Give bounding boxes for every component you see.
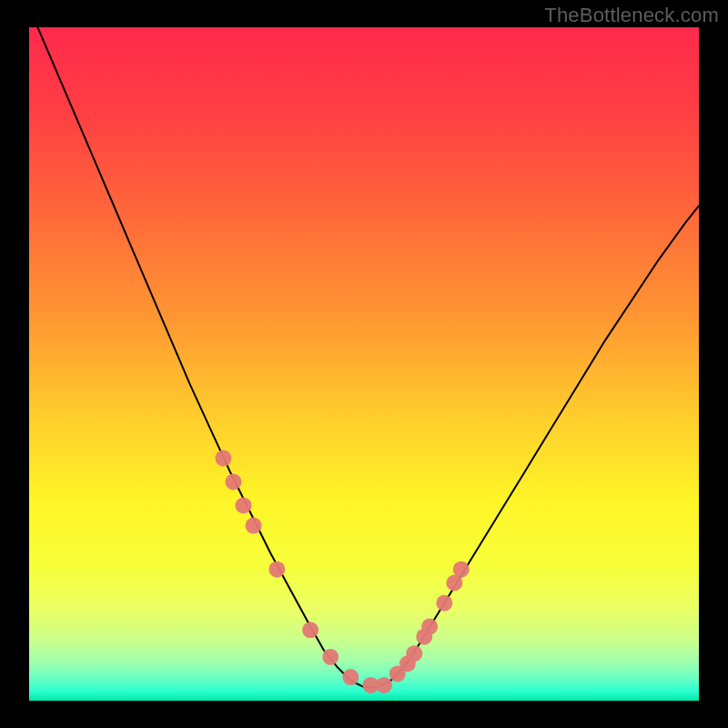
curve-marker-dot (421, 619, 438, 635)
curve-marker-dot (453, 561, 470, 578)
curve-marker-dot (246, 518, 262, 534)
curve-marker-dot (436, 595, 452, 612)
curve-marker-dot (302, 622, 318, 638)
chart-svg (0, 0, 728, 728)
curve-marker-dot (215, 450, 231, 467)
curve-marker-dot (268, 561, 285, 578)
watermark-text: TheBottleneck.com (544, 4, 719, 27)
curve-marker-dot (225, 474, 241, 490)
curve-marker-dot (406, 645, 422, 662)
curve-marker-dot (236, 497, 252, 513)
curve-marker-dot (342, 669, 359, 685)
chart-background (29, 27, 699, 701)
chart-frame (0, 0, 728, 728)
curve-marker-dot (376, 677, 392, 693)
curve-marker-dot (322, 649, 339, 665)
